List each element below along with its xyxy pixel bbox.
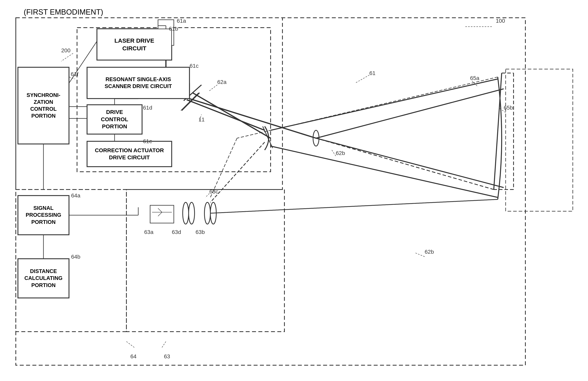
svg-rect-68: [506, 69, 573, 211]
signal-processing-label: SIGNALPROCESSINGPORTION: [26, 205, 61, 225]
svg-line-67: [187, 100, 265, 130]
ref-61b: 61b: [169, 26, 178, 32]
ref-64a: 64a: [71, 192, 80, 199]
svg-line-64: [192, 93, 271, 138]
svg-line-65: [271, 79, 498, 130]
svg-line-35: [316, 138, 504, 188]
svg-point-45: [189, 202, 194, 224]
synchronization-box: SYNCHRONI-ZATIONCONTROLPORTION: [18, 67, 69, 144]
svg-line-56: [126, 341, 134, 347]
synchronization-label: SYNCHRONI-ZATIONCONTROLPORTION: [26, 92, 60, 120]
svg-line-33: [189, 99, 316, 138]
ref-62a: 62a: [217, 79, 227, 85]
svg-line-69: [210, 199, 498, 213]
correction-actuator-box: CORRECTION ACTUATORDRIVE CIRCUIT: [87, 141, 172, 167]
ref-11: 11: [198, 117, 205, 123]
svg-line-54: [415, 253, 425, 257]
ref-62b-upper: 62b: [336, 150, 345, 156]
ref-200: 200: [61, 47, 70, 54]
svg-rect-46: [150, 205, 174, 223]
ref-64b: 64b: [71, 254, 80, 260]
svg-line-70: [237, 77, 498, 138]
ref-62b-lower: 62b: [425, 249, 434, 255]
title: (FIRST EMBODIMENT): [24, 8, 103, 16]
diagram: (FIRST EMBODIMENT): [0, 0, 588, 381]
distance-calculating-label: DISTANCECALCULATINGPORTION: [24, 268, 63, 289]
svg-line-57: [162, 341, 166, 347]
svg-line-72: [263, 126, 273, 148]
ref-61f: 61f: [71, 71, 78, 77]
drive-control-box: DRIVECONTROLPORTION: [87, 105, 142, 134]
resonant-scanner-box: RESONANT SINGLE-AXISSCANNER DRIVE CIRCUI…: [87, 67, 189, 99]
ref-65a: 65a: [470, 75, 479, 81]
svg-line-37: [494, 73, 502, 190]
svg-point-36: [313, 130, 319, 146]
ref-63d: 63d: [172, 229, 181, 235]
svg-point-43: [210, 202, 216, 224]
svg-point-44: [183, 202, 189, 224]
ref-61d: 61d: [143, 105, 152, 111]
ref-63c: 63c: [209, 189, 218, 195]
ref-63: 63: [164, 353, 170, 360]
drive-control-label: DRIVECONTROLPORTION: [101, 109, 128, 130]
diagram-svg: [0, 0, 588, 381]
svg-line-49: [61, 53, 73, 61]
ref-65b: 65b: [504, 105, 513, 111]
ref-63b: 63b: [195, 229, 205, 235]
correction-actuator-label: CORRECTION ACTUATORDRIVE CIRCUIT: [95, 147, 164, 161]
ref-61e: 61e: [143, 138, 152, 144]
svg-line-66: [271, 146, 498, 197]
svg-line-38: [316, 138, 494, 190]
ref-100: 100: [496, 18, 505, 24]
signal-processing-box: SIGNALPROCESSINGPORTION: [18, 195, 69, 235]
svg-line-53: [332, 150, 336, 156]
laser-drive-circuit-label: LASER DRIVECIRCUIT: [114, 37, 154, 52]
resonant-scanner-label: RESONANT SINGLE-AXISSCANNER DRIVE CIRCUI…: [105, 76, 172, 90]
svg-line-73: [210, 142, 265, 202]
ref-61c: 61c: [189, 63, 198, 69]
ref-64: 64: [130, 353, 136, 360]
ref-61a: 61a: [177, 18, 186, 24]
laser-drive-circuit-box: LASER DRIVECIRCUIT: [97, 29, 172, 60]
ref-61: 61: [369, 70, 376, 76]
svg-rect-4: [126, 190, 284, 332]
svg-line-34: [316, 89, 504, 138]
ref-63a: 63a: [144, 229, 153, 235]
svg-line-50: [356, 75, 369, 83]
svg-point-42: [204, 202, 210, 224]
distance-calculating-box: DISTANCECALCULATINGPORTION: [18, 259, 69, 298]
svg-line-55: [205, 193, 209, 197]
svg-line-52: [209, 85, 217, 91]
svg-line-58: [472, 81, 478, 87]
